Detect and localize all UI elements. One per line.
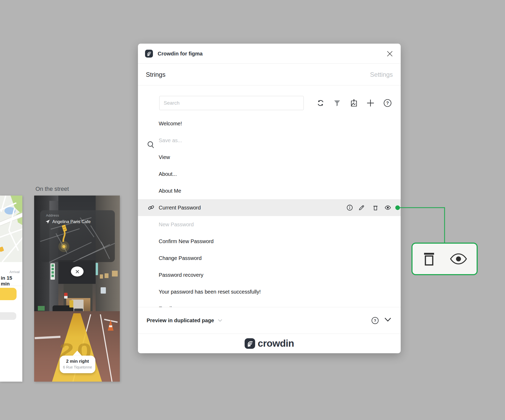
toolbar: ? [138,85,401,115]
artboard-map-view: Arrival in 15 min [0,196,22,382]
crowdin-logo [245,338,255,349]
string-row[interactable]: Welcome! [138,115,401,132]
close-plugin-button[interactable] [385,49,394,58]
string-row[interactable]: View [138,149,401,166]
connector-dot [395,206,400,210]
mini-map [40,210,115,262]
preview-eye-icon[interactable] [450,253,467,265]
direction-card: 2 min right 6 Rue Tiquetonne [60,356,95,373]
crowdin-logo [145,50,153,58]
address-label: Address [46,213,59,217]
search-input[interactable] [159,96,304,110]
close-ar-button[interactable] [71,267,84,276]
svg-text:?: ? [386,101,389,105]
crowdin-wordmark: crowdin [258,338,294,349]
crowdin-plugin-window: Crowdin for figma Strings Settings [138,44,401,353]
ride-bottom-sheet: Arrival in 15 min [0,262,22,382]
plugin-title: Crowdin for figma [158,44,203,64]
close-icon [75,270,79,274]
delete-icon[interactable] [422,251,436,267]
edit-icon[interactable] [358,204,365,211]
divider [0,286,22,286]
export-image-icon[interactable] [349,99,358,107]
tab-strings[interactable]: Strings [146,64,166,85]
map-image [0,196,22,262]
tab-settings[interactable]: Settings [370,64,393,85]
string-row[interactable]: Save as... [138,132,401,149]
preview-mode-select[interactable]: Preview in duplicated page [147,307,222,334]
address-value: Angelina Paris Cafe [52,219,91,224]
string-row-clipped[interactable]: Email [138,300,401,307]
direction-title: 2 min right [60,359,95,364]
arrival-time: in 15 min [1,275,22,287]
strings-list: Welcome! Save as... View About... About … [138,115,401,307]
close-icon [387,50,393,57]
traffic-cone [108,320,114,331]
address-card: Address Angelina Paris Cafe [40,210,115,262]
string-row[interactable]: Your password has been reset successfull… [138,283,401,300]
sync-icon[interactable] [316,99,325,107]
help-icon[interactable]: ? [371,316,379,325]
signboard [50,263,55,280]
map-graphic [0,196,22,262]
taxi-marker [62,224,67,232]
link-icon [148,204,154,211]
arrival-label: Arrival [9,270,20,274]
preview-bar: Preview in duplicated page ? [138,307,401,334]
string-row[interactable]: About... [138,166,401,182]
svg-text:?: ? [374,319,376,323]
preview-eye-icon[interactable] [385,204,391,211]
collapse-chevron-icon[interactable] [384,317,391,322]
plugin-footer: crowdin [138,334,401,353]
filter-icon[interactable] [333,99,342,107]
string-row[interactable]: New Password [138,216,401,233]
primary-action-button[interactable] [0,288,17,300]
row-actions-callout [411,243,478,275]
secondary-action-button[interactable] [0,312,16,320]
figma-canvas: Arrival in 15 min On the street [0,0,505,420]
signboard [64,293,68,299]
chevron-down-icon [218,319,222,322]
help-icon[interactable]: ? [383,99,392,107]
string-row[interactable]: Change Password [138,250,401,267]
artboard-street-view: 20 Address [34,196,120,382]
string-row-selected[interactable]: Current Password [138,199,401,216]
signboard [69,300,73,308]
string-row[interactable]: About Me [138,182,401,199]
navigation-arrow-icon [45,219,50,224]
string-row[interactable]: Password recovery [138,267,401,283]
plugin-tabs: Strings Settings [138,64,401,85]
artboard-title[interactable]: On the street [35,186,69,192]
signboard [101,287,106,294]
info-icon[interactable] [347,204,353,211]
direction-street: 6 Rue Tiquetonne [60,365,95,369]
delete-icon[interactable] [372,204,379,211]
plugin-header: Crowdin for figma [138,44,401,64]
string-row[interactable]: Confirm New Password [138,233,401,250]
route-line [63,231,65,242]
add-icon[interactable] [366,99,375,107]
